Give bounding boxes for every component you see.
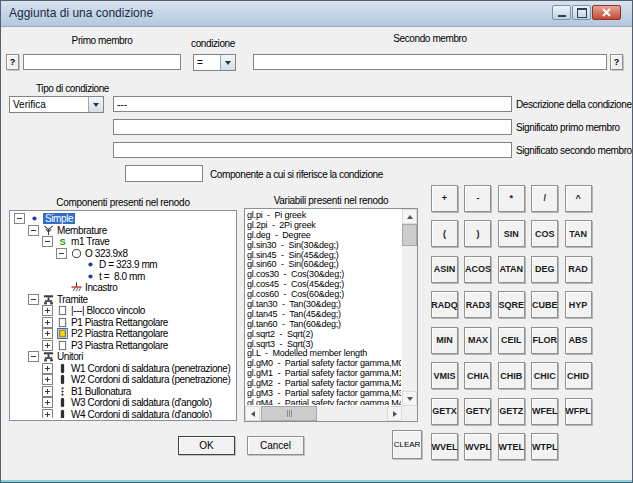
tree-item-label[interactable]: t = 8.0 mm (99, 271, 145, 282)
keypad-button-wvpl[interactable]: WVPL (464, 433, 491, 460)
tree-expand-toggle[interactable] (42, 397, 53, 408)
tree-item-label[interactable]: B1 Bullonatura (71, 386, 131, 397)
tree-item-label[interactable]: Incastro (85, 282, 117, 293)
keypad-button-getz[interactable]: GETZ (498, 398, 525, 425)
tree-collapse-toggle[interactable] (42, 236, 53, 247)
keypad-button-wfel[interactable]: WFEL (531, 398, 558, 425)
keypad-button-max[interactable]: MAX (464, 327, 491, 354)
maximize-button[interactable] (572, 5, 591, 20)
tree-item-label[interactable]: W3 Cordoni di saldatura (d'angolo) (71, 397, 212, 408)
tree-item-label[interactable]: Membrature (57, 225, 107, 236)
tree-expand-toggle[interactable] (42, 340, 53, 351)
keypad-button-[interactable]: * (498, 185, 525, 212)
keypad-button-cos[interactable]: COS (531, 220, 558, 247)
ok-button[interactable]: OK (178, 436, 235, 455)
cancel-button[interactable]: Cancel (247, 436, 304, 455)
keypad-button-asin[interactable]: ASIN (431, 256, 458, 283)
componente-input[interactable] (125, 165, 203, 182)
scroll-down-button[interactable] (402, 391, 417, 406)
clear-button[interactable]: CLEAR (392, 430, 422, 459)
descrizione-input[interactable] (113, 96, 512, 112)
tree-item-label[interactable]: Simple (43, 213, 75, 224)
condizione-dropdown-button[interactable] (220, 55, 235, 70)
scroll-up-button[interactable] (402, 209, 417, 224)
keypad-button-acos[interactable]: ACOS (464, 256, 491, 283)
tipo-condizione-select[interactable]: Verifica (9, 96, 104, 113)
keypad-button-[interactable]: - (464, 185, 491, 212)
keypad-button-tan[interactable]: TAN (565, 220, 592, 247)
tree-collapse-toggle[interactable] (28, 225, 39, 236)
tipo-condizione-dropdown-button[interactable] (88, 97, 103, 112)
keypad-button-min[interactable]: MIN (431, 327, 458, 354)
keypad-button-chic[interactable]: CHIC (531, 362, 558, 389)
tree-item-label[interactable]: Unitori (57, 351, 83, 362)
tree-expand-toggle[interactable] (42, 363, 53, 374)
title-bar[interactable]: Aggiunta di una condizione (1, 1, 632, 27)
variable-item[interactable]: gl.gM4 - Partial safety factor gamma,M4 (247, 399, 401, 405)
keypad-button-deg[interactable]: DEG (531, 256, 558, 283)
tree-item-label[interactable]: P2 Piastra Rettangolare (71, 328, 168, 339)
keypad-button-atan[interactable]: ATAN (498, 256, 525, 283)
keypad-button-radq[interactable]: RADQ (431, 291, 458, 318)
secondo-membro-input[interactable] (253, 54, 607, 70)
tree-collapse-toggle[interactable] (56, 248, 67, 259)
keypad-button-[interactable]: + (431, 185, 458, 212)
keypad-button-flor[interactable]: FLOR (531, 327, 558, 354)
significato-secondo-input[interactable] (113, 142, 512, 158)
keypad-button-wfpl[interactable]: WFPL (565, 398, 592, 425)
tree-item-label[interactable]: W2 Cordoni di saldatura (penetrazione) (71, 374, 230, 385)
keypad-button-sqre[interactable]: SQRE (498, 291, 525, 318)
close-button[interactable] (592, 5, 621, 20)
vertical-scroll-thumb[interactable] (402, 224, 417, 246)
tree-expand-toggle[interactable] (42, 317, 53, 328)
tree-expand-toggle[interactable] (42, 386, 53, 397)
tree-collapse-toggle[interactable] (14, 213, 25, 224)
condizione-select[interactable]: = (193, 54, 236, 71)
keypad-button-getx[interactable]: GETX (431, 398, 458, 425)
tree-collapse-toggle[interactable] (28, 351, 39, 362)
tree-item-label[interactable]: P3 Piastra Rettangolare (71, 340, 168, 351)
tree-item-label[interactable]: |---| Blocco vincolo (71, 305, 145, 316)
minimize-button[interactable] (552, 5, 571, 20)
keypad-button-hyp[interactable]: HYP (565, 291, 592, 318)
horizontal-scroll-thumb[interactable] (261, 406, 317, 421)
tree-expand-toggle[interactable] (42, 409, 53, 418)
tree-expand-toggle[interactable] (42, 305, 53, 316)
tree-item-label[interactable]: Tramite (57, 294, 88, 305)
tree-item-label[interactable]: m1 Trave (71, 236, 109, 247)
keypad-button-rad3[interactable]: RAD3 (464, 291, 491, 318)
keypad-button-vmis[interactable]: VMIS (431, 362, 458, 389)
vertical-scrollbar[interactable] (402, 209, 417, 406)
keypad-button-wtpl[interactable]: WTPL (531, 433, 558, 460)
tree-expand-toggle[interactable] (42, 374, 53, 385)
tree-expand-toggle[interactable] (42, 328, 53, 339)
help-left-button[interactable]: ? (6, 54, 19, 70)
tree-item-label[interactable]: W4 Cordoni di saldatura (d'angolo) (71, 409, 212, 418)
tree-item-label[interactable]: P1 Piastra Rettangolare (71, 317, 168, 328)
keypad-button-wvel[interactable]: WVEL (431, 433, 458, 460)
help-right-button[interactable]: ? (610, 54, 623, 70)
keypad-button-abs[interactable]: ABS (565, 327, 592, 354)
tree-item-label[interactable]: W1 Cordoni di saldatura (penetrazione) (71, 363, 230, 374)
keypad-button-cube[interactable]: CUBE (531, 291, 558, 318)
keypad-button-gety[interactable]: GETY (464, 398, 491, 425)
keypad-button-sin[interactable]: SIN (498, 220, 525, 247)
keypad-button-[interactable]: ( (431, 220, 458, 247)
keypad-button-chid[interactable]: CHID (565, 362, 592, 389)
tree-collapse-toggle[interactable] (28, 294, 39, 305)
keypad-button-chib[interactable]: CHIB (498, 362, 525, 389)
keypad-button-rad[interactable]: RAD (565, 256, 592, 283)
tree-item-label[interactable]: O 323.9x8 (85, 248, 128, 259)
keypad-button-ceil[interactable]: CEIL (498, 327, 525, 354)
keypad-button-[interactable]: ^ (565, 185, 592, 212)
primo-membro-input[interactable] (23, 54, 181, 70)
scroll-right-button[interactable] (387, 406, 402, 421)
keypad-button-[interactable]: / (531, 185, 558, 212)
keypad-button-chia[interactable]: CHIA (464, 362, 491, 389)
significato-primo-input[interactable] (113, 119, 512, 135)
scroll-left-button[interactable] (245, 406, 260, 421)
keypad-button-[interactable]: ) (464, 220, 491, 247)
tree-item-label[interactable]: D = 323.9 mm (99, 259, 157, 270)
horizontal-scrollbar[interactable] (245, 406, 402, 421)
keypad-button-wtel[interactable]: WTEL (498, 433, 525, 460)
